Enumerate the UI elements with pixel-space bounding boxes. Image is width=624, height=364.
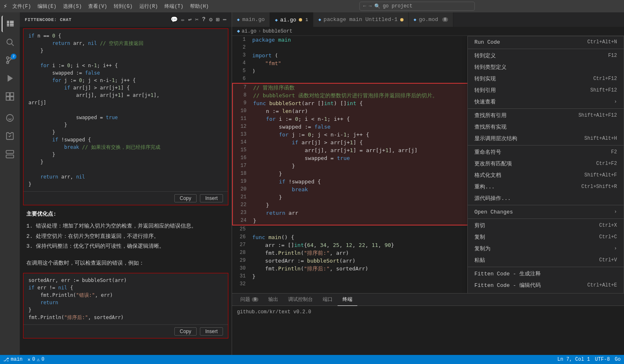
menu-quick-peek-arrow: › — [614, 99, 617, 105]
section-title-text: 主要优化点: — [26, 211, 56, 217]
problems-badge: 9 — [252, 297, 258, 302]
menu-cut[interactable]: 剪切 Ctrl+X — [468, 220, 624, 231]
breadcrumb-file-icon: ◆ — [237, 28, 240, 34]
scissors-icon[interactable]: ✂ — [195, 16, 199, 23]
menu-quick-peek[interactable]: 快速查看 › — [468, 96, 624, 108]
activity-search[interactable] — [2, 34, 18, 50]
git-branch-icon: ⎇ — [3, 357, 9, 363]
chat-icon[interactable]: 💬 — [171, 16, 178, 23]
global-search-bar[interactable]: ← → 🔍 go project — [359, 2, 475, 11]
bottom-tab-ports[interactable]: 端口 — [318, 294, 338, 306]
back-icon[interactable]: ← — [363, 3, 366, 9]
left-panel: FITTENCODE: CHAT 💬 ✏ ↩ ✂ ? ⚙ ⊞ ⋯ if n ==… — [20, 12, 232, 355]
menu-goto-def-shortcut: F12 — [608, 53, 617, 59]
activity-extensions[interactable] — [2, 88, 18, 105]
tab-untitled-1[interactable]: ◆ package main Untitled-1 — [313, 12, 408, 27]
split-icon[interactable]: ⊞ — [216, 16, 220, 23]
status-errors[interactable]: ✕ 0 ⚠ 0 — [28, 357, 45, 363]
activity-explorer[interactable] — [2, 16, 18, 32]
activity-test[interactable] — [2, 128, 18, 144]
status-file-info[interactable]: Ln 7, Col 1 — [557, 357, 590, 362]
svg-point-2 — [7, 57, 9, 59]
bottom-tab-terminal[interactable]: 终端 — [338, 294, 357, 306]
menu-sep-5 — [468, 218, 624, 219]
history-icon[interactable]: ↩ — [188, 16, 192, 23]
menu-run-code-label: Run Code — [474, 39, 579, 45]
help-icon[interactable]: ? — [202, 16, 206, 23]
menu-rename[interactable]: 重命名符号 F2 — [468, 146, 624, 158]
menu-run-code[interactable]: Run Code Ctrl+Alt+N — [468, 36, 624, 48]
activity-run[interactable] — [2, 70, 18, 87]
menu-goto-type-def[interactable]: 转到类型定义 — [468, 61, 624, 73]
panel-title: FITTENCODE: CHAT — [25, 17, 72, 22]
menu-find-all-impl[interactable]: 查找所有实现 — [468, 121, 624, 133]
settings-icon[interactable]: ⚙ — [209, 16, 213, 23]
bottom-tab-output[interactable]: 输出 — [263, 294, 283, 306]
copy-button-2[interactable]: Copy — [174, 327, 197, 336]
tab-ai-go-number: 1 — [305, 17, 308, 22]
code-block-1-actions: Copy Insert — [23, 191, 228, 205]
status-git[interactable]: ⎇ main — [3, 357, 23, 363]
insert-button-2[interactable]: Insert — [200, 327, 223, 336]
menu-call-hierarchy[interactable]: 显示调用层次结构 Shift+Alt+H — [468, 133, 624, 144]
menu-copy-as-label: 复制为 — [474, 245, 614, 252]
menu-find-all-refs-label: 查找所有引用 — [474, 112, 570, 119]
menu-change-all[interactable]: 更改所有匹配项 Ctrl+F2 — [468, 158, 624, 169]
svg-line-1 — [12, 44, 14, 46]
tab-untitled-label: package main Untitled-1 — [324, 16, 397, 23]
menu-copy[interactable]: 复制 Ctrl+C — [468, 231, 624, 243]
copy-button-1[interactable]: Copy — [174, 194, 197, 202]
activity-fittencode[interactable] — [2, 110, 18, 126]
more-icon[interactable]: ⋯ — [223, 16, 227, 23]
menu-select[interactable]: 选择(S) — [63, 3, 82, 10]
code-block-1: if n == 0 { return arr, nil // 空切片直接返回 }… — [23, 28, 228, 205]
opt-point-3: 3. 保持代码整洁：优化了代码的可读性，确保逻辑清晰。 — [26, 242, 225, 251]
menu-goto-def[interactable]: 转到定义 F12 — [468, 50, 624, 61]
activity-remote[interactable] — [2, 146, 18, 162]
menu-paste[interactable]: 粘贴 Ctrl+V — [468, 254, 624, 266]
menu-fitten-explain[interactable]: Fitten Code - 解释代码 — [468, 291, 624, 293]
menu-view[interactable]: 查看(V) — [88, 3, 107, 10]
menu-file[interactable]: 文件(F) — [12, 3, 31, 10]
menu-edit[interactable]: 编辑(E) — [38, 3, 56, 10]
menu-fitten-edit-shortcut: Ctrl+Alt+E — [587, 282, 617, 288]
forward-icon[interactable]: → — [368, 3, 371, 9]
menu-open-changes[interactable]: Open Changes › — [468, 206, 624, 218]
menu-sep-3 — [468, 145, 624, 146]
activity-git[interactable]: 2 — [2, 52, 18, 68]
status-language[interactable]: Go — [615, 357, 621, 362]
tab-ai-go[interactable]: ◆ ai.go 1 — [270, 12, 313, 27]
search-placeholder: go project — [383, 3, 413, 9]
menu-sep-2 — [468, 108, 624, 109]
menu-find-all-refs[interactable]: 查找所有引用 Shift+Alt+F12 — [468, 110, 624, 121]
optimization-title: 主要优化点: — [20, 207, 232, 222]
warning-icon: ⚠ — [37, 357, 40, 363]
bottom-tab-debug[interactable]: 调试控制台 — [283, 294, 318, 306]
menu-help[interactable]: 帮助(H) — [190, 3, 209, 10]
menu-terminal[interactable]: 终端(T) — [164, 3, 183, 10]
status-encoding[interactable]: UTF-8 — [595, 357, 610, 362]
code-block-2-actions: Copy Insert — [23, 324, 228, 338]
menu-goto[interactable]: 转到(G) — [114, 3, 133, 10]
tab-go-mod[interactable]: ◆ go.mod 8 — [409, 12, 453, 27]
menu-fitten-gen-comment[interactable]: Fitten Code - 生成注释 — [468, 268, 624, 279]
bottom-tab-problems[interactable]: 问题 9 — [235, 294, 263, 306]
menu-source-action[interactable]: 源代码操作... — [468, 193, 624, 204]
menu-cut-label: 剪切 — [474, 222, 591, 229]
menu-call-hierarchy-label: 显示调用层次结构 — [474, 135, 576, 142]
menu-goto-ref-shortcut: Shift+F12 — [590, 87, 617, 93]
menu-goto-ref[interactable]: 转到引用 Shift+F12 — [468, 85, 624, 96]
header-icons: 💬 ✏ ↩ ✂ ? ⚙ ⊞ ⋯ — [171, 16, 227, 23]
menu-fitten-edit[interactable]: Fitten Code - 编辑代码 Ctrl+Alt+E — [468, 279, 624, 291]
menu-format-doc[interactable]: 格式化文档 Shift+Alt+F — [468, 169, 624, 181]
menu-goto-impl[interactable]: 转到实现 Ctrl+F12 — [468, 73, 624, 85]
editor-container: 1 package main 2 3 import ( 4 "fmt" — [232, 36, 624, 293]
pencil-icon[interactable]: ✏ — [181, 16, 185, 23]
menu-run[interactable]: 运行(R) — [139, 3, 158, 10]
tab-main-go[interactable]: ◆ main.go — [232, 12, 270, 27]
insert-button-1[interactable]: Insert — [200, 194, 223, 202]
code-block-2: sortedArr, err := bubbleSort(arr) if err… — [23, 273, 228, 338]
menu-copy-as[interactable]: 复制为 › — [468, 243, 624, 254]
menu-refactor[interactable]: 重构... Ctrl+Shift+R — [468, 181, 624, 193]
menu-call-hierarchy-shortcut: Shift+Alt+H — [584, 136, 617, 141]
